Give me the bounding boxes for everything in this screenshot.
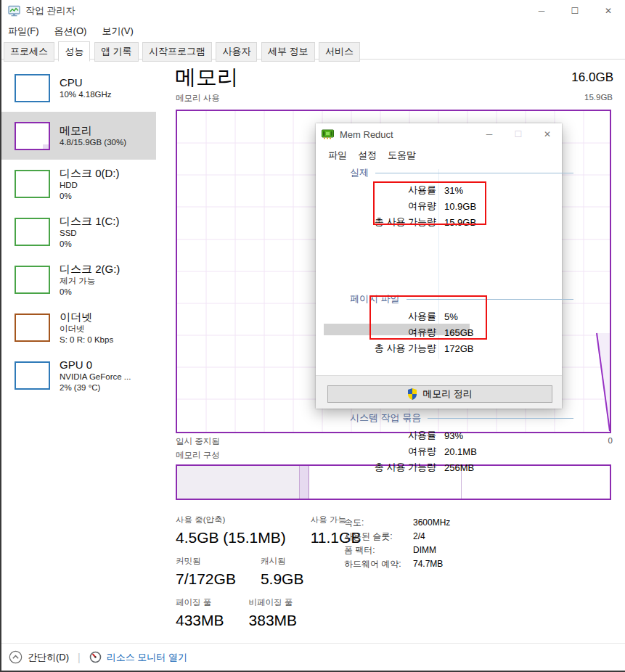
disk2-mini-graph bbox=[15, 266, 50, 294]
group-rule bbox=[428, 418, 573, 419]
detail-label-hw-reserved: 하드웨어 예약: bbox=[344, 557, 413, 571]
sidebar-item-sub: 제거 가능 bbox=[60, 276, 120, 287]
tab-performance[interactable]: 성능 bbox=[58, 41, 90, 62]
detail-value-form-factor: DIMM bbox=[413, 544, 436, 557]
sidebar-item-title: 메모리 bbox=[60, 123, 126, 137]
mem-reduct-menu-help[interactable]: 도움말 bbox=[388, 149, 416, 162]
sidebar-item-ethernet[interactable]: 이더넷 이더넷 S: 0 R: 0 Kbps bbox=[1, 303, 156, 351]
row-value: 256MB bbox=[444, 462, 474, 473]
close-button[interactable]: ✕ bbox=[592, 0, 625, 22]
row-label: 사용률 bbox=[327, 310, 436, 323]
row-value: 93% bbox=[444, 430, 463, 441]
group-system-working-set: 시스템 작업 묶음 사용률93% 여유량20.1MB 총 사용 가능량256MB bbox=[327, 411, 573, 475]
row-value: 31% bbox=[444, 185, 463, 196]
mem-reduct-close-button[interactable]: ✕ bbox=[533, 123, 562, 145]
sidebar-item-title: 이더넷 bbox=[60, 310, 113, 324]
menu-options[interactable]: 옵션(O) bbox=[54, 25, 87, 38]
sidebar-item-title: CPU bbox=[60, 75, 112, 89]
open-resource-monitor-label: 리소스 모니터 열기 bbox=[107, 651, 187, 664]
group-physical: 실제 사용률31% 여유량10.9GB 총 사용 가능량15.9GB bbox=[327, 166, 573, 230]
sidebar-item-title: 디스크 1(C:) bbox=[60, 214, 120, 228]
cpu-mini-graph bbox=[15, 74, 50, 102]
mem-reduct-dialog: Mem Reduct ─ ☐ ✕ 파일 설정 도움말 실제 사용률31% bbox=[316, 123, 562, 409]
disk1-mini-graph bbox=[15, 218, 50, 246]
footer-separator: | bbox=[78, 652, 81, 663]
maximize-button[interactable]: ☐ bbox=[558, 0, 592, 22]
sidebar-item-sub: SSD bbox=[60, 228, 120, 239]
sidebar-item-sub2: 0% bbox=[60, 287, 120, 298]
ram-chip-icon bbox=[322, 129, 334, 139]
graph-time-label: 0 bbox=[608, 436, 613, 445]
sidebar-item-sub2: S: 0 R: 0 Kbps bbox=[60, 335, 113, 345]
composition-used-segment bbox=[177, 466, 300, 499]
row-value: 5% bbox=[444, 311, 458, 322]
row-label: 총 사용 가능량 bbox=[327, 342, 436, 355]
task-manager-window: 작업 관리자 ─ ☐ ✕ 파일(F) 옵션(O) 보기(V) 프로세스 성능 앱… bbox=[0, 0, 625, 672]
sidebar-item-title: 디스크 2(G:) bbox=[60, 262, 120, 276]
menu-view[interactable]: 보기(V) bbox=[102, 25, 133, 38]
memory-mini-graph-fill bbox=[43, 144, 49, 149]
chevron-up-circle-icon bbox=[9, 650, 23, 664]
stat-value-cached: 5.9GB bbox=[261, 570, 304, 588]
stat-value-paged-pool: 433MB bbox=[176, 612, 224, 629]
stat-value-nonpaged-pool: 383MB bbox=[249, 612, 298, 629]
open-resource-monitor-link[interactable]: 리소스 모니터 열기 bbox=[89, 651, 187, 664]
mem-reduct-title: Mem Reduct bbox=[340, 129, 393, 140]
sidebar-item-disk2[interactable]: 디스크 2(G:) 제거 가능 0% bbox=[1, 255, 156, 303]
page-title: 메모리 bbox=[175, 63, 238, 92]
stat-value-in-use: 4.5GB (15.1MB) bbox=[176, 529, 286, 546]
row-value: 15.9GB bbox=[444, 217, 476, 228]
memory-hardware-details: 속도: 3600MHz 사용된 슬롯: 2/4 폼 팩터: DIMM 하드웨어 … bbox=[344, 516, 450, 571]
sidebar-item-sub: HDD bbox=[60, 180, 120, 191]
sidebar-item-cpu[interactable]: CPU 10% 4.18GHz bbox=[1, 64, 156, 112]
sidebar-item-title: GPU 0 bbox=[60, 358, 131, 372]
memory-capacity: 16.0GB bbox=[571, 70, 613, 85]
sidebar-item-sub2: 2% (39 °C) bbox=[60, 382, 131, 393]
fewer-details-button[interactable]: 간단히(D) bbox=[9, 650, 69, 664]
sidebar-item-gpu[interactable]: GPU 0 NVIDIA GeForce ... 2% (39 °C) bbox=[1, 351, 156, 399]
mem-reduct-minimize-button[interactable]: ─ bbox=[475, 123, 504, 145]
detail-label-speed: 속도: bbox=[344, 516, 413, 530]
mem-reduct-menu-file[interactable]: 파일 bbox=[328, 149, 347, 162]
group-system-working-set-title: 시스템 작업 묶음 bbox=[350, 411, 421, 425]
row-value: 10.9GB bbox=[444, 201, 476, 212]
group-page-file-title: 페이지 파일 bbox=[350, 292, 400, 306]
row-label: 여유량 bbox=[327, 200, 436, 213]
sidebar-item-sub2: 0% bbox=[60, 239, 120, 250]
stat-label-in-use: 사용 중(압축) bbox=[176, 515, 286, 525]
mem-reduct-menubar: 파일 설정 도움말 bbox=[316, 145, 562, 165]
task-manager-icon bbox=[8, 5, 20, 17]
window-title: 작업 관리자 bbox=[25, 4, 75, 17]
sidebar-item-disk1[interactable]: 디스크 1(C:) SSD 0% bbox=[1, 208, 156, 255]
group-rule bbox=[407, 299, 573, 300]
detail-value-slots: 2/4 bbox=[413, 530, 425, 544]
row-label: 사용률 bbox=[327, 429, 436, 442]
mem-reduct-maximize-button: ☐ bbox=[504, 123, 533, 145]
tabstrip: 프로세스 성능 앱 기록 시작프로그램 사용자 세부 정보 서비스 bbox=[1, 41, 625, 60]
mem-reduct-menu-settings[interactable]: 설정 bbox=[358, 149, 377, 162]
mem-reduct-body: 실제 사용률31% 여유량10.9GB 총 사용 가능량15.9GB 페이지 파… bbox=[316, 165, 562, 375]
group-physical-title: 실제 bbox=[350, 166, 369, 179]
menu-file[interactable]: 파일(F) bbox=[8, 25, 39, 38]
sidebar-item-sub2: 0% bbox=[60, 191, 120, 202]
row-label: 사용률 bbox=[327, 184, 436, 197]
sidebar-item-memory[interactable]: 메모리 4.8/15.9GB (30%) bbox=[1, 112, 156, 160]
memory-clean-button-label: 메모리 정리 bbox=[422, 388, 473, 401]
memory-mini-graph bbox=[15, 122, 50, 150]
graph-paused-status: 일시 중지됨 bbox=[176, 436, 220, 447]
stat-label-paged-pool: 페이징 풀 bbox=[176, 597, 224, 608]
usage-graph-label: 메모리 사용 bbox=[176, 93, 220, 104]
sidebar-item-sub: NVIDIA GeForce ... bbox=[60, 372, 131, 382]
stat-label-committed: 커밋됨 bbox=[176, 556, 236, 567]
resource-monitor-icon bbox=[89, 651, 102, 663]
fewer-details-label: 간단히(D) bbox=[28, 651, 69, 664]
group-page-file: 페이지 파일 사용률5% 여유량165GB 총 사용 가능량172GB bbox=[327, 292, 573, 356]
sidebar-item-disk0[interactable]: 디스크 0(D:) HDD 0% bbox=[1, 160, 156, 208]
minimize-button[interactable]: ─ bbox=[525, 0, 558, 22]
detail-label-form-factor: 폼 팩터: bbox=[344, 544, 413, 557]
memory-composition-label: 메모리 구성 bbox=[176, 450, 220, 461]
memory-clean-button[interactable]: 메모리 정리 bbox=[327, 385, 552, 403]
mem-reduct-titlebar: Mem Reduct ─ ☐ ✕ bbox=[316, 123, 562, 145]
row-value: 20.1MB bbox=[444, 446, 477, 457]
uac-shield-icon bbox=[407, 388, 417, 400]
